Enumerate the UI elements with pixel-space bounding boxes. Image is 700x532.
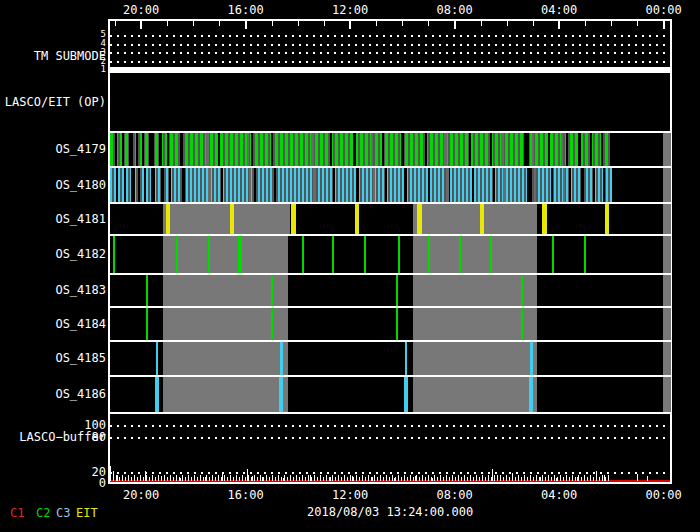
buffer-spike <box>283 478 284 481</box>
stripe-gray <box>501 133 504 166</box>
major-tick <box>349 21 351 29</box>
event-line-OS_4185 <box>530 342 533 375</box>
stripe-gap <box>161 168 164 202</box>
stripe-gray <box>249 168 251 202</box>
stripe-gap <box>601 133 603 166</box>
minor-tick <box>533 21 534 26</box>
row-label: OS_4184 <box>0 317 106 331</box>
stripe-gap <box>490 133 492 166</box>
event-line-OS_4182 <box>302 236 304 273</box>
buffer-spike <box>497 475 498 481</box>
gray-block <box>163 275 288 306</box>
event-line-OS_4183 <box>146 275 148 306</box>
tm-dotted-gridline <box>110 44 670 46</box>
buffer-spike <box>556 478 557 481</box>
legend-item-eit: EIT <box>76 506 98 520</box>
minor-tick <box>402 21 403 26</box>
event-line-OS_4182 <box>398 236 400 273</box>
event-line-OS_4181 <box>417 204 422 234</box>
event-line-OS_4185 <box>156 342 158 375</box>
minor-tick <box>298 21 299 26</box>
stripe-gray <box>371 133 373 166</box>
stripe-gap <box>142 133 144 166</box>
event-line-OS_4183 <box>271 275 273 306</box>
event-line-OS_4182 <box>552 236 554 273</box>
buffer-spike <box>492 469 493 481</box>
event-line-OS_4182 <box>364 236 366 273</box>
major-tick <box>454 21 456 29</box>
stripe-gap <box>333 168 335 202</box>
buffer-spike <box>352 476 353 481</box>
gray-block <box>163 308 288 340</box>
buffer-spike <box>310 475 311 481</box>
gray-block <box>163 377 288 412</box>
minor-tick <box>637 21 638 26</box>
event-line-OS_4182 <box>459 236 461 273</box>
row-label: LASCO/EIT (OP) <box>0 95 106 109</box>
buffer-spike <box>394 478 395 481</box>
gray-block <box>663 236 671 273</box>
stripe-gap <box>593 168 595 202</box>
time-label-top: 04:00 <box>541 3 577 17</box>
stripe-gray <box>503 168 506 202</box>
major-tick <box>140 21 142 29</box>
buffer-spike <box>152 477 153 481</box>
tm-dotted-gridline <box>110 61 670 63</box>
minor-tick <box>428 21 429 26</box>
event-line-OS_4186 <box>404 377 408 412</box>
buffer-spike <box>470 477 471 481</box>
event-line-OS_4186 <box>529 377 533 412</box>
minor-tick <box>481 21 482 26</box>
legend-item-c3: C3 <box>56 506 70 520</box>
stripe-gap <box>425 133 427 166</box>
buffer-spike <box>512 473 513 481</box>
stripe-gap <box>159 133 162 166</box>
buffer-trace-noise-upper <box>110 475 610 477</box>
stripe-gap <box>590 133 592 166</box>
tm-dotted-gridline <box>110 52 670 54</box>
stripe-gap <box>428 168 430 202</box>
buffer-dotted-gridline <box>110 437 670 439</box>
legend-item-c2: C2 <box>36 506 50 520</box>
lasco-schedule-plot: 2018/08/03 13:24:00.000 20:0020:0016:001… <box>0 0 700 532</box>
major-tick <box>558 21 560 29</box>
stripe-gap <box>603 168 605 202</box>
time-label-bottom: 12:00 <box>332 488 368 502</box>
buffer-spike <box>540 477 541 481</box>
buffer-spike <box>205 477 206 481</box>
row-label: OS_4180 <box>0 178 106 192</box>
event-line-OS_4181 <box>480 204 484 234</box>
event-line-OS_4186 <box>155 377 159 412</box>
stripe-gap <box>251 133 253 166</box>
stripe-gap <box>524 133 529 166</box>
gray-block <box>413 377 537 412</box>
stripe-gray <box>311 133 314 166</box>
event-line-OS_4184 <box>271 308 273 340</box>
stripe-gap <box>356 168 359 202</box>
stripe-gap <box>578 133 581 166</box>
stripe-gap <box>274 168 276 202</box>
event-line-OS_4181 <box>291 204 296 234</box>
time-label-top: 00:00 <box>646 3 682 17</box>
stripe-gap <box>129 133 133 166</box>
stripe-gap <box>548 133 550 166</box>
stripe-gap <box>385 168 387 202</box>
stripe-gap <box>116 168 118 202</box>
stripe-gap <box>271 133 273 166</box>
stripe-gap <box>131 168 135 202</box>
gray-block <box>663 204 671 234</box>
stripe-gray <box>532 133 534 166</box>
tm-submode-value-bar <box>108 67 672 73</box>
buffer-spike <box>145 471 146 481</box>
event-line-OS_4182 <box>490 236 492 273</box>
stripe-gap <box>180 133 183 166</box>
stripe-gap <box>182 168 185 202</box>
buffer-spike <box>262 477 263 481</box>
stripe-gap <box>151 168 155 202</box>
stripe-region-OS_4180 <box>110 168 612 202</box>
gray-band <box>663 168 671 202</box>
row-label: OS_4182 <box>0 247 106 261</box>
event-line-OS_4184 <box>396 308 398 340</box>
row-separator <box>108 412 672 414</box>
stripe-gap <box>254 168 256 202</box>
